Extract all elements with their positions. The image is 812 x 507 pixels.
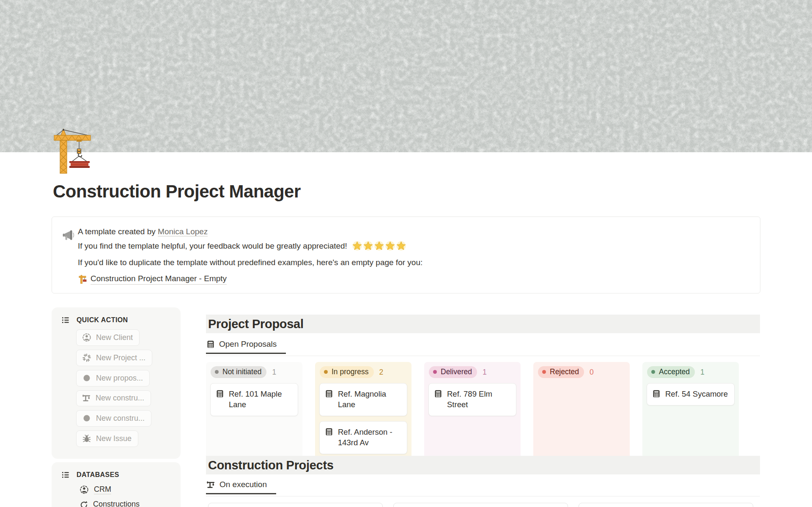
crane-glyph-icon: [82, 394, 91, 403]
empty-page-link-row[interactable]: Construction Project Manager - Empty: [78, 273, 738, 285]
circle-icon: [82, 373, 91, 383]
status-pill[interactable]: In progress: [320, 366, 374, 378]
quick-action-title: QUICK ACTION: [77, 316, 128, 324]
section-heading-construction-projects: Construction Projects: [206, 456, 760, 474]
person-dashed-circle-icon: [80, 485, 89, 494]
section-heading-project-proposal: Project Proposal: [206, 315, 760, 333]
status-dot: [651, 370, 655, 374]
megaphone-icon: [62, 228, 76, 241]
column-count: 1: [272, 368, 276, 377]
burst-icon: [82, 353, 91, 362]
column-count: 0: [590, 368, 594, 377]
database-link-crm[interactable]: CRM: [80, 485, 181, 494]
new-proposal-button[interactable]: New propos...: [76, 370, 150, 386]
status-pill[interactable]: Rejected: [538, 366, 584, 378]
proposal-card[interactable]: Ref. 101 Maple Lane: [210, 383, 298, 416]
status-dot: [324, 370, 328, 374]
glowing-star-icon: [385, 241, 395, 251]
glowing-star-icon: [374, 241, 384, 251]
list-icon: [61, 316, 70, 324]
table-icon: [216, 389, 224, 398]
status-pill[interactable]: Accepted: [647, 366, 695, 378]
feedback-line: If you find the template helpful, your f…: [78, 241, 738, 252]
kanban-column-rejected: Rejected 0: [533, 362, 630, 459]
table-icon: [652, 389, 661, 398]
projects-tab-bar: On execution: [206, 479, 760, 496]
page-title: Construction Project Manager: [53, 181, 301, 202]
column-count: 1: [700, 368, 705, 377]
project-gallery-card[interactable]: [393, 503, 568, 507]
crane-emoji-icon: [78, 274, 87, 284]
status-dot: [542, 370, 546, 374]
table-icon: [206, 340, 215, 348]
template-info-callout: A template created by Monica Lopez If yo…: [52, 217, 760, 293]
table-icon: [325, 428, 333, 436]
glowing-star-icon: [396, 241, 406, 251]
kanban-column-delivered: Delivered 1 Ref. 789 Elm Street: [424, 362, 521, 459]
proposal-card[interactable]: Ref. 54 Sycamore: [647, 383, 735, 406]
page-icon-crane-emoji[interactable]: [51, 125, 102, 176]
table-icon: [434, 389, 442, 398]
person-dashed-circle-icon: [82, 333, 91, 342]
proposal-card[interactable]: Ref. Magnolia Lane: [319, 383, 407, 416]
proposal-card[interactable]: Ref. Anderson - 143rd Av: [319, 421, 407, 454]
new-construction2-button[interactable]: New constru...: [76, 410, 151, 427]
databases-panel: DATABASES CRM Constructions: [52, 462, 181, 507]
created-by-prefix: A template created by: [78, 227, 158, 236]
project-gallery-card[interactable]: [579, 503, 753, 507]
list-icon: [61, 471, 70, 479]
proposal-card[interactable]: Ref. 789 Elm Street: [428, 383, 516, 416]
kanban-column-in-progress: In progress 2 Ref. Magnolia Lane Ref. An…: [315, 362, 411, 459]
status-dot: [215, 370, 219, 374]
kanban-column-not-initiated: Not initiated 1 Ref. 101 Maple Lane: [206, 362, 302, 459]
new-client-button[interactable]: New Client: [76, 329, 140, 346]
new-project-button[interactable]: New Project ...: [76, 350, 152, 366]
proposal-tab-bar: Open Proposals: [206, 338, 760, 356]
empty-page-link[interactable]: Construction Project Manager - Empty: [91, 273, 227, 285]
kanban-column-accepted: Accepted 1 Ref. 54 Sycamore: [642, 362, 739, 459]
new-construction-button[interactable]: New constru...: [76, 390, 151, 406]
status-pill[interactable]: Delivered: [429, 366, 477, 378]
cover-image: [0, 0, 812, 152]
tab-on-execution[interactable]: On execution: [206, 479, 276, 494]
project-gallery-card[interactable]: [208, 503, 383, 507]
glowing-star-icon: [363, 241, 373, 251]
proposals-kanban-board: Not initiated 1 Ref. 101 Maple Lane In p…: [206, 362, 739, 459]
quick-action-panel: QUICK ACTION New Client New Project ... …: [52, 307, 181, 459]
status-dot: [433, 370, 437, 374]
refresh-icon: [80, 500, 88, 507]
duplicate-line: If you'd like to duplicate the template …: [78, 257, 738, 268]
bug-icon: [82, 434, 91, 443]
database-link-constructions[interactable]: Constructions: [80, 500, 181, 507]
circle-icon: [82, 414, 91, 423]
rating-stars: [352, 241, 406, 251]
column-count: 2: [379, 368, 384, 377]
author-link[interactable]: Monica Lopez: [158, 227, 208, 236]
databases-title: DATABASES: [77, 471, 119, 479]
tab-open-proposals[interactable]: Open Proposals: [206, 339, 286, 354]
new-issue-button[interactable]: New Issue: [76, 430, 138, 447]
status-pill[interactable]: Not initiated: [211, 366, 266, 378]
column-count: 1: [483, 368, 487, 377]
crane-glyph-icon: [206, 480, 215, 489]
created-by-line: A template created by Monica Lopez: [78, 226, 738, 237]
table-icon: [325, 389, 333, 398]
glowing-star-icon: [352, 241, 362, 251]
